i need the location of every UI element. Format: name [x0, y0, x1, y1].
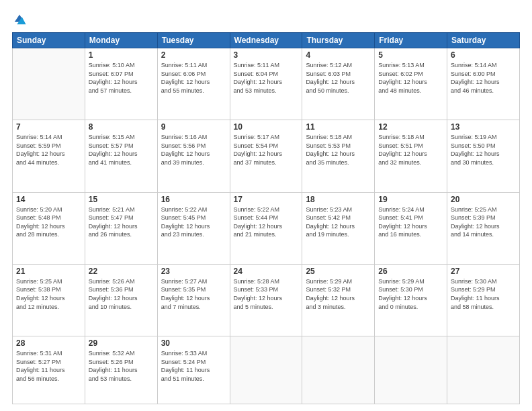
day-number: 16 — [161, 195, 226, 204]
day-number: 2 — [161, 50, 226, 60]
calendar-cell: 2Sunrise: 5:11 AM Sunset: 6:06 PM Daylig… — [157, 48, 230, 120]
day-number: 24 — [234, 267, 299, 276]
calendar-cell: 8Sunrise: 5:15 AM Sunset: 5:57 PM Daylig… — [85, 120, 157, 192]
day-number: 9 — [161, 122, 226, 132]
page: SundayMondayTuesdayWednesdayThursdayFrid… — [0, 0, 532, 411]
calendar-cell: 5Sunrise: 5:13 AM Sunset: 6:02 PM Daylig… — [375, 48, 447, 120]
day-number: 17 — [234, 195, 299, 204]
col-header-tuesday: Tuesday — [157, 33, 230, 48]
day-number: 25 — [306, 267, 371, 276]
calendar-cell: 18Sunrise: 5:23 AM Sunset: 5:42 PM Dayli… — [302, 192, 375, 264]
day-number: 4 — [306, 50, 371, 60]
day-number: 28 — [16, 338, 81, 348]
day-info: Sunrise: 5:24 AM Sunset: 5:41 PM Dayligh… — [378, 205, 443, 239]
day-info: Sunrise: 5:22 AM Sunset: 5:44 PM Dayligh… — [234, 205, 299, 239]
day-number: 13 — [451, 122, 516, 132]
calendar-cell: 7Sunrise: 5:14 AM Sunset: 5:59 PM Daylig… — [13, 120, 85, 192]
day-number: 23 — [161, 267, 226, 276]
calendar-cell: 26Sunrise: 5:29 AM Sunset: 5:30 PM Dayli… — [375, 264, 447, 336]
calendar-cell: 23Sunrise: 5:27 AM Sunset: 5:35 PM Dayli… — [157, 264, 230, 336]
calendar-header-row: SundayMondayTuesdayWednesdayThursdayFrid… — [13, 33, 520, 48]
calendar-cell: 30Sunrise: 5:33 AM Sunset: 5:24 PM Dayli… — [157, 336, 230, 404]
day-info: Sunrise: 5:27 AM Sunset: 5:35 PM Dayligh… — [161, 277, 226, 311]
day-number: 20 — [451, 195, 516, 204]
day-info: Sunrise: 5:21 AM Sunset: 5:47 PM Dayligh… — [89, 205, 154, 239]
day-info: Sunrise: 5:25 AM Sunset: 5:38 PM Dayligh… — [16, 277, 81, 311]
day-number: 15 — [89, 195, 154, 204]
week-row-2: 7Sunrise: 5:14 AM Sunset: 5:59 PM Daylig… — [13, 120, 520, 192]
calendar-cell: 9Sunrise: 5:16 AM Sunset: 5:56 PM Daylig… — [157, 120, 230, 192]
week-row-3: 14Sunrise: 5:20 AM Sunset: 5:48 PM Dayli… — [13, 192, 520, 264]
calendar-cell — [13, 48, 85, 120]
day-number: 1 — [89, 50, 154, 60]
day-number: 26 — [378, 267, 443, 276]
day-info: Sunrise: 5:18 AM Sunset: 5:53 PM Dayligh… — [306, 133, 371, 167]
col-header-wednesday: Wednesday — [230, 33, 302, 48]
day-number: 18 — [306, 195, 371, 204]
header — [12, 12, 520, 27]
day-info: Sunrise: 5:31 AM Sunset: 5:27 PM Dayligh… — [16, 349, 81, 383]
calendar-cell — [375, 336, 447, 404]
day-number: 3 — [234, 50, 299, 60]
day-info: Sunrise: 5:28 AM Sunset: 5:33 PM Dayligh… — [234, 277, 299, 311]
day-info: Sunrise: 5:16 AM Sunset: 5:56 PM Dayligh… — [161, 133, 226, 167]
day-info: Sunrise: 5:20 AM Sunset: 5:48 PM Dayligh… — [16, 205, 81, 239]
day-number: 30 — [161, 338, 226, 348]
day-number: 7 — [16, 122, 81, 132]
calendar-cell: 27Sunrise: 5:30 AM Sunset: 5:29 PM Dayli… — [447, 264, 520, 336]
calendar-cell: 3Sunrise: 5:11 AM Sunset: 6:04 PM Daylig… — [230, 48, 302, 120]
logo — [12, 12, 28, 27]
calendar-cell: 19Sunrise: 5:24 AM Sunset: 5:41 PM Dayli… — [375, 192, 447, 264]
day-number: 19 — [378, 195, 443, 204]
calendar-cell: 21Sunrise: 5:25 AM Sunset: 5:38 PM Dayli… — [13, 264, 85, 336]
logo-icon — [12, 12, 27, 27]
calendar-cell: 12Sunrise: 5:18 AM Sunset: 5:51 PM Dayli… — [375, 120, 447, 192]
week-row-1: 1Sunrise: 5:10 AM Sunset: 6:07 PM Daylig… — [13, 48, 520, 120]
calendar-cell: 16Sunrise: 5:22 AM Sunset: 5:45 PM Dayli… — [157, 192, 230, 264]
day-info: Sunrise: 5:11 AM Sunset: 6:06 PM Dayligh… — [161, 61, 226, 95]
day-info: Sunrise: 5:18 AM Sunset: 5:51 PM Dayligh… — [378, 133, 443, 167]
calendar-cell: 13Sunrise: 5:19 AM Sunset: 5:50 PM Dayli… — [447, 120, 520, 192]
day-number: 21 — [16, 267, 81, 276]
day-info: Sunrise: 5:10 AM Sunset: 6:07 PM Dayligh… — [89, 61, 154, 95]
day-number: 29 — [89, 338, 154, 348]
calendar-cell: 11Sunrise: 5:18 AM Sunset: 5:53 PM Dayli… — [302, 120, 375, 192]
calendar-cell: 24Sunrise: 5:28 AM Sunset: 5:33 PM Dayli… — [230, 264, 302, 336]
day-info: Sunrise: 5:33 AM Sunset: 5:24 PM Dayligh… — [161, 349, 226, 383]
day-info: Sunrise: 5:30 AM Sunset: 5:29 PM Dayligh… — [451, 277, 516, 311]
day-info: Sunrise: 5:22 AM Sunset: 5:45 PM Dayligh… — [161, 205, 226, 239]
week-row-4: 21Sunrise: 5:25 AM Sunset: 5:38 PM Dayli… — [13, 264, 520, 336]
day-number: 14 — [16, 195, 81, 204]
calendar: SundayMondayTuesdayWednesdayThursdayFrid… — [12, 32, 520, 404]
calendar-cell: 28Sunrise: 5:31 AM Sunset: 5:27 PM Dayli… — [13, 336, 85, 404]
calendar-cell — [230, 336, 302, 404]
calendar-cell — [302, 336, 375, 404]
col-header-sunday: Sunday — [13, 33, 85, 48]
day-info: Sunrise: 5:14 AM Sunset: 5:59 PM Dayligh… — [16, 133, 81, 167]
day-info: Sunrise: 5:19 AM Sunset: 5:50 PM Dayligh… — [451, 133, 516, 167]
calendar-cell: 4Sunrise: 5:12 AM Sunset: 6:03 PM Daylig… — [302, 48, 375, 120]
calendar-cell: 15Sunrise: 5:21 AM Sunset: 5:47 PM Dayli… — [85, 192, 157, 264]
week-row-5: 28Sunrise: 5:31 AM Sunset: 5:27 PM Dayli… — [13, 336, 520, 404]
col-header-monday: Monday — [85, 33, 157, 48]
day-info: Sunrise: 5:12 AM Sunset: 6:03 PM Dayligh… — [306, 61, 371, 95]
day-info: Sunrise: 5:26 AM Sunset: 5:36 PM Dayligh… — [89, 277, 154, 311]
calendar-cell: 22Sunrise: 5:26 AM Sunset: 5:36 PM Dayli… — [85, 264, 157, 336]
day-info: Sunrise: 5:29 AM Sunset: 5:32 PM Dayligh… — [306, 277, 371, 311]
day-info: Sunrise: 5:14 AM Sunset: 6:00 PM Dayligh… — [451, 61, 516, 95]
calendar-cell: 25Sunrise: 5:29 AM Sunset: 5:32 PM Dayli… — [302, 264, 375, 336]
day-info: Sunrise: 5:11 AM Sunset: 6:04 PM Dayligh… — [234, 61, 299, 95]
day-info: Sunrise: 5:32 AM Sunset: 5:26 PM Dayligh… — [89, 349, 154, 383]
day-number: 27 — [451, 267, 516, 276]
calendar-cell: 1Sunrise: 5:10 AM Sunset: 6:07 PM Daylig… — [85, 48, 157, 120]
day-info: Sunrise: 5:23 AM Sunset: 5:42 PM Dayligh… — [306, 205, 371, 239]
calendar-cell: 20Sunrise: 5:25 AM Sunset: 5:39 PM Dayli… — [447, 192, 520, 264]
day-info: Sunrise: 5:15 AM Sunset: 5:57 PM Dayligh… — [89, 133, 154, 167]
day-number: 12 — [378, 122, 443, 132]
calendar-cell: 29Sunrise: 5:32 AM Sunset: 5:26 PM Dayli… — [85, 336, 157, 404]
day-number: 5 — [378, 50, 443, 60]
calendar-cell: 10Sunrise: 5:17 AM Sunset: 5:54 PM Dayli… — [230, 120, 302, 192]
col-header-saturday: Saturday — [447, 33, 520, 48]
calendar-cell: 17Sunrise: 5:22 AM Sunset: 5:44 PM Dayli… — [230, 192, 302, 264]
calendar-cell: 14Sunrise: 5:20 AM Sunset: 5:48 PM Dayli… — [13, 192, 85, 264]
